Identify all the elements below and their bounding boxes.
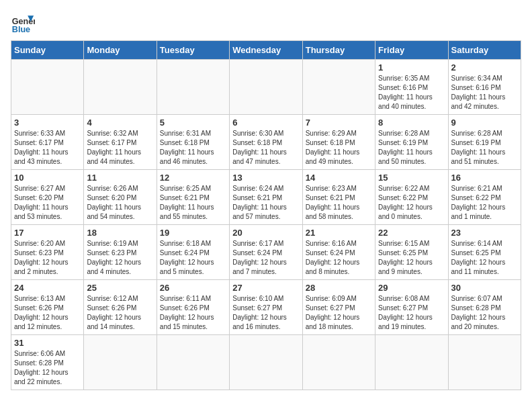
day-info: Sunrise: 6:31 AM Sunset: 6:18 PM Dayligh… (160, 129, 226, 167)
day-number: 15 (378, 173, 445, 183)
day-number: 22 (378, 228, 445, 238)
day-info: Sunrise: 6:26 AM Sunset: 6:20 PM Dayligh… (87, 184, 153, 222)
day-info: Sunrise: 6:29 AM Sunset: 6:18 PM Dayligh… (306, 129, 372, 167)
calendar-cell (302, 60, 375, 115)
day-info: Sunrise: 6:18 AM Sunset: 6:24 PM Dayligh… (160, 239, 226, 277)
calendar-table: SundayMondayTuesdayWednesdayThursdayFrid… (11, 40, 521, 390)
calendar-cell (302, 335, 375, 390)
calendar-cell: 11Sunrise: 6:26 AM Sunset: 6:20 PM Dayli… (84, 170, 157, 225)
day-number: 24 (14, 283, 81, 293)
day-info: Sunrise: 6:10 AM Sunset: 6:27 PM Dayligh… (232, 294, 299, 332)
calendar-cell (84, 335, 157, 390)
calendar-cell: 23Sunrise: 6:14 AM Sunset: 6:25 PM Dayli… (448, 225, 521, 280)
calendar-cell (448, 335, 521, 390)
calendar-cell (11, 60, 84, 115)
day-number: 25 (87, 283, 153, 293)
calendar-cell: 18Sunrise: 6:19 AM Sunset: 6:23 PM Dayli… (84, 225, 157, 280)
day-info: Sunrise: 6:24 AM Sunset: 6:21 PM Dayligh… (232, 184, 299, 222)
day-number: 7 (306, 118, 372, 128)
calendar-cell: 6Sunrise: 6:30 AM Sunset: 6:18 PM Daylig… (230, 115, 302, 170)
day-number: 9 (451, 118, 518, 128)
weekday-header: Sunday (11, 41, 84, 60)
calendar-cell: 12Sunrise: 6:25 AM Sunset: 6:21 PM Dayli… (157, 170, 229, 225)
calendar-cell: 25Sunrise: 6:12 AM Sunset: 6:26 PM Dayli… (84, 280, 157, 335)
day-number: 17 (14, 228, 81, 238)
calendar-week-row: 1Sunrise: 6:35 AM Sunset: 6:16 PM Daylig… (11, 60, 521, 115)
calendar-cell (375, 335, 448, 390)
calendar-cell: 28Sunrise: 6:09 AM Sunset: 6:27 PM Dayli… (302, 280, 375, 335)
day-number: 20 (232, 228, 299, 238)
day-number: 30 (451, 283, 518, 293)
weekday-header: Tuesday (157, 41, 229, 60)
day-info: Sunrise: 6:32 AM Sunset: 6:17 PM Dayligh… (87, 129, 153, 167)
calendar-cell: 2Sunrise: 6:34 AM Sunset: 6:16 PM Daylig… (448, 60, 521, 115)
logo: General Blue (11, 11, 35, 35)
weekday-header: Monday (84, 41, 157, 60)
calendar-cell: 7Sunrise: 6:29 AM Sunset: 6:18 PM Daylig… (302, 115, 375, 170)
day-number: 29 (378, 283, 445, 293)
day-number: 2 (451, 62, 518, 73)
calendar-cell: 14Sunrise: 6:23 AM Sunset: 6:21 PM Dayli… (302, 170, 375, 225)
svg-text:Blue: Blue (12, 25, 30, 34)
day-number: 14 (306, 173, 372, 183)
day-info: Sunrise: 6:35 AM Sunset: 6:16 PM Dayligh… (378, 74, 445, 111)
day-info: Sunrise: 6:23 AM Sunset: 6:21 PM Dayligh… (306, 184, 372, 222)
day-info: Sunrise: 6:16 AM Sunset: 6:24 PM Dayligh… (306, 239, 372, 277)
day-number: 11 (87, 173, 153, 183)
day-info: Sunrise: 6:06 AM Sunset: 6:28 PM Dayligh… (14, 349, 81, 387)
weekday-header: Friday (375, 41, 448, 60)
day-number: 5 (160, 118, 226, 128)
calendar-cell (157, 335, 229, 390)
calendar-cell: 5Sunrise: 6:31 AM Sunset: 6:18 PM Daylig… (157, 115, 229, 170)
calendar-cell: 1Sunrise: 6:35 AM Sunset: 6:16 PM Daylig… (375, 60, 448, 115)
calendar-cell: 4Sunrise: 6:32 AM Sunset: 6:17 PM Daylig… (84, 115, 157, 170)
day-info: Sunrise: 6:27 AM Sunset: 6:20 PM Dayligh… (14, 184, 81, 222)
calendar-cell: 8Sunrise: 6:28 AM Sunset: 6:19 PM Daylig… (375, 115, 448, 170)
calendar-cell: 10Sunrise: 6:27 AM Sunset: 6:20 PM Dayli… (11, 170, 84, 225)
day-info: Sunrise: 6:12 AM Sunset: 6:26 PM Dayligh… (87, 294, 153, 332)
calendar-week-row: 17Sunrise: 6:20 AM Sunset: 6:23 PM Dayli… (11, 225, 521, 280)
day-number: 23 (451, 228, 518, 238)
day-info: Sunrise: 6:25 AM Sunset: 6:21 PM Dayligh… (160, 184, 226, 222)
header: General Blue (11, 11, 521, 35)
logo-icon: General Blue (11, 11, 35, 35)
calendar-cell (230, 335, 302, 390)
day-number: 16 (451, 173, 518, 183)
calendar-cell: 24Sunrise: 6:13 AM Sunset: 6:26 PM Dayli… (11, 280, 84, 335)
calendar-cell: 16Sunrise: 6:21 AM Sunset: 6:22 PM Dayli… (448, 170, 521, 225)
day-number: 3 (14, 118, 81, 128)
calendar-cell (230, 60, 302, 115)
day-info: Sunrise: 6:07 AM Sunset: 6:28 PM Dayligh… (451, 294, 518, 332)
day-info: Sunrise: 6:11 AM Sunset: 6:26 PM Dayligh… (160, 294, 226, 332)
day-info: Sunrise: 6:33 AM Sunset: 6:17 PM Dayligh… (14, 129, 81, 167)
day-number: 8 (378, 118, 445, 128)
weekday-header: Saturday (448, 41, 521, 60)
calendar-cell: 3Sunrise: 6:33 AM Sunset: 6:17 PM Daylig… (11, 115, 84, 170)
calendar-week-row: 3Sunrise: 6:33 AM Sunset: 6:17 PM Daylig… (11, 115, 521, 170)
calendar-cell (84, 60, 157, 115)
calendar-cell: 27Sunrise: 6:10 AM Sunset: 6:27 PM Dayli… (230, 280, 302, 335)
day-number: 31 (14, 338, 81, 348)
day-info: Sunrise: 6:09 AM Sunset: 6:27 PM Dayligh… (306, 294, 372, 332)
day-number: 21 (306, 228, 372, 238)
day-number: 10 (14, 173, 81, 183)
day-info: Sunrise: 6:20 AM Sunset: 6:23 PM Dayligh… (14, 239, 81, 277)
day-info: Sunrise: 6:13 AM Sunset: 6:26 PM Dayligh… (14, 294, 81, 332)
day-number: 28 (306, 283, 372, 293)
calendar-week-row: 31Sunrise: 6:06 AM Sunset: 6:28 PM Dayli… (11, 335, 521, 390)
calendar-cell: 9Sunrise: 6:28 AM Sunset: 6:19 PM Daylig… (448, 115, 521, 170)
calendar-week-row: 24Sunrise: 6:13 AM Sunset: 6:26 PM Dayli… (11, 280, 521, 335)
day-info: Sunrise: 6:17 AM Sunset: 6:24 PM Dayligh… (232, 239, 299, 277)
calendar-cell: 30Sunrise: 6:07 AM Sunset: 6:28 PM Dayli… (448, 280, 521, 335)
day-info: Sunrise: 6:19 AM Sunset: 6:23 PM Dayligh… (87, 239, 153, 277)
day-info: Sunrise: 6:30 AM Sunset: 6:18 PM Dayligh… (232, 129, 299, 167)
calendar-cell: 29Sunrise: 6:08 AM Sunset: 6:27 PM Dayli… (375, 280, 448, 335)
calendar-cell: 17Sunrise: 6:20 AM Sunset: 6:23 PM Dayli… (11, 225, 84, 280)
calendar-cell: 15Sunrise: 6:22 AM Sunset: 6:22 PM Dayli… (375, 170, 448, 225)
day-number: 12 (160, 173, 226, 183)
weekday-header: Wednesday (230, 41, 302, 60)
day-number: 1 (378, 62, 445, 73)
day-info: Sunrise: 6:14 AM Sunset: 6:25 PM Dayligh… (451, 239, 518, 277)
calendar-cell: 31Sunrise: 6:06 AM Sunset: 6:28 PM Dayli… (11, 335, 84, 390)
day-info: Sunrise: 6:34 AM Sunset: 6:16 PM Dayligh… (451, 74, 518, 111)
